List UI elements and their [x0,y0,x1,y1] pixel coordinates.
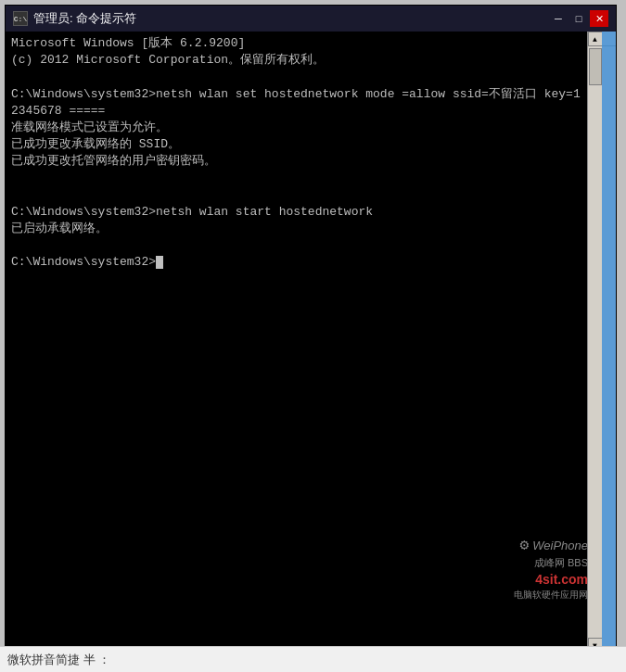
minimize-button[interactable]: ─ [549,10,568,27]
scroll-thumb[interactable] [589,48,602,85]
weiphone-icon: ⚙ [520,536,530,554]
console-line: 准载网络模式已设置为允许。 [11,120,581,136]
window-title: 管理员: 命令提示符 [33,10,136,27]
console-line: C:\Windows\system32>netsh wlan start hos… [11,204,581,221]
weiphone-watermark: ⚙ WeiPhone [520,536,588,554]
subtext-label: 电脑软硬件应用网 [514,589,588,602]
maximize-button[interactable]: □ [569,10,588,27]
console-line [11,237,581,254]
cmd-window: C:\ 管理员: 命令提示符 ─ □ ✕ Microsoft Windows [… [5,5,617,653]
console-line: C:\Windows\system32> [11,254,581,271]
console-line [11,187,581,204]
title-bar: C:\ 管理员: 命令提示符 ─ □ ✕ [6,6,616,32]
site-label: 成峰网 BBS [534,556,588,570]
scrollbar[interactable]: ▲ ▼ [587,32,602,653]
window-controls: ─ □ ✕ [549,10,608,27]
window-icon: C:\ [13,11,28,26]
right-sidebar [602,32,616,653]
weiphone-text: WeiPhone [532,539,588,552]
console-line: 已成功更改承载网络的 SSID。 [11,136,581,153]
console-line [11,69,581,85]
scroll-up-button[interactable]: ▲ [588,32,603,46]
cursor [156,256,163,269]
ime-bar: 微软拼音简捷 半 ： [0,646,626,672]
right-sidebar-track [602,46,616,653]
scroll-track [588,46,602,638]
console-line: C:\Windows\system32>netsh wlan set hoste… [11,86,581,120]
watermark-area: ⚙ WeiPhone 成峰网 BBS 4sit.com 电脑软硬件应用网 [514,536,588,602]
console-line [11,171,581,187]
console-line: 已启动承载网络。 [11,221,581,237]
ime-text: 微软拼音简捷 半 ： [7,652,110,668]
title-bar-left: C:\ 管理员: 命令提示符 [13,10,136,27]
console-line: 已成功更改托管网络的用户密钥密码。 [11,153,581,170]
url-label: 4sit.com [535,572,588,587]
console-line: (c) 2012 Microsoft Corporation。保留所有权利。 [11,52,581,69]
close-button[interactable]: ✕ [590,10,608,27]
right-sidebar-top [602,32,616,46]
console-output: Microsoft Windows [版本 6.2.9200] (c) 2012… [6,32,587,653]
console-line: Microsoft Windows [版本 6.2.9200] [11,35,581,52]
